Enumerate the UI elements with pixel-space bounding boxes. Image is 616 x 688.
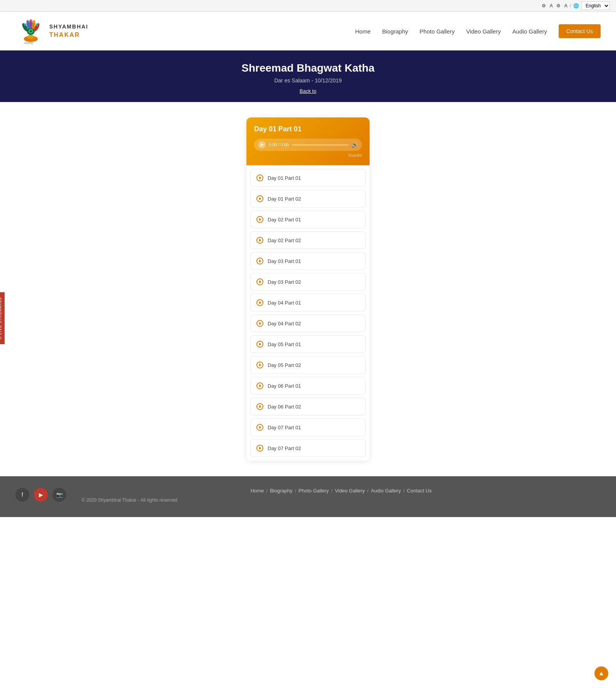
track-label: Day 03 Part 01 [268, 258, 301, 264]
track-play-icon [256, 236, 264, 244]
track-label: Day 05 Part 02 [268, 362, 301, 368]
track-label: Day 01 Part 01 [268, 175, 301, 181]
svg-point-14 [35, 23, 38, 26]
svg-point-12 [30, 20, 32, 22]
track-item[interactable]: Day 07 Part 02 [250, 439, 366, 457]
volume-icon[interactable]: 🔊 [352, 142, 358, 148]
track-circle-icon [256, 278, 263, 285]
main-nav: Home Biography Photo Gallery Video Galle… [355, 24, 601, 38]
header: AAAAe Shyambhai Thakar Home Biography Ph… [0, 12, 616, 50]
track-play-icon [256, 403, 264, 410]
play-button[interactable] [258, 141, 266, 149]
youtube-icon[interactable]: ▶ [34, 488, 48, 502]
footer-nav: Home / Biography / Photo Gallery / Video… [82, 488, 601, 494]
hero-subtitle: Dar es Salaam - 10/12/2019 [8, 77, 608, 84]
footer-video-gallery[interactable]: Video Gallery [335, 488, 365, 494]
main-content: Day 01 Part 01 0:00 / 0:00 🔊 Youtube Day… [0, 102, 616, 476]
hero-title: Shreemad Bhagwat Katha [8, 62, 608, 74]
track-label: Day 07 Part 02 [268, 445, 301, 451]
track-play-icon [256, 216, 264, 223]
track-item[interactable]: Day 03 Part 01 [250, 252, 366, 270]
live-streaming-tab[interactable]: ⊙ LIVE STREAMING [0, 292, 5, 344]
track-circle-icon [256, 362, 263, 368]
track-play-icon [256, 278, 264, 286]
track-item[interactable]: Day 06 Part 01 [250, 377, 366, 395]
svg-text:AAAAe: AAAAe [24, 42, 33, 44]
track-label: Day 07 Part 01 [268, 425, 301, 430]
footer-right: Home / Biography / Photo Gallery / Video… [82, 488, 601, 503]
track-item[interactable]: Day 04 Part 01 [250, 294, 366, 311]
track-item[interactable]: Day 04 Part 02 [250, 315, 366, 332]
footer-home[interactable]: Home [251, 488, 264, 494]
nav-photo-gallery[interactable]: Photo Gallery [420, 28, 455, 35]
track-item[interactable]: Day 01 Part 02 [250, 190, 366, 208]
footer-contact-us[interactable]: Contact Us [407, 488, 432, 494]
track-circle-icon [256, 174, 263, 181]
footer-biography[interactable]: Biography [270, 488, 293, 494]
track-item[interactable]: Day 07 Part 01 [250, 418, 366, 436]
track-play-icon [256, 257, 264, 265]
track-label: Day 02 Part 02 [268, 238, 301, 243]
track-play-icon [256, 444, 264, 452]
footer-audio-gallery[interactable]: Audio Gallery [371, 488, 401, 494]
progress-bar[interactable] [292, 144, 348, 146]
time-display: 0:00 / 0:00 [269, 142, 289, 147]
track-item[interactable]: Day 01 Part 01 [250, 169, 366, 187]
logo-name-line1: Shyambhai [49, 23, 89, 31]
nav-video-gallery[interactable]: Video Gallery [466, 28, 501, 35]
track-item[interactable]: Day 03 Part 02 [250, 273, 366, 291]
footer-bottom: f ▶ 📷 Home / Biography / Photo Gallery /… [15, 488, 601, 509]
facebook-icon[interactable]: f [15, 488, 29, 502]
nav-biography[interactable]: Biography [382, 28, 408, 35]
youtube-label: Youtube [254, 153, 362, 157]
track-label: Day 04 Part 01 [268, 300, 301, 306]
language-select[interactable]: English [581, 2, 610, 10]
a-label-2: A [564, 3, 567, 8]
svg-point-13 [32, 20, 35, 23]
logo-text: Shyambhai Thakar [49, 23, 89, 39]
play-triangle-icon [261, 143, 264, 147]
top-bar: ⚙ A ⚙ A / 🌐 English [0, 0, 616, 12]
nav-home[interactable]: Home [355, 28, 370, 35]
audio-player-bar: 0:00 / 0:00 🔊 [254, 139, 362, 151]
nav-audio-gallery[interactable]: Audio Gallery [512, 28, 547, 35]
track-play-icon [256, 361, 264, 369]
track-item[interactable]: Day 05 Part 01 [250, 335, 366, 353]
track-circle-icon [256, 341, 263, 348]
track-label: Day 01 Part 02 [268, 196, 301, 202]
live-streaming-label: ⊙ LIVE STREAMING [0, 297, 2, 340]
top-bar-icons: ⚙ A ⚙ A / 🌐 English [541, 2, 610, 10]
svg-point-10 [24, 23, 26, 26]
track-play-icon [256, 195, 264, 203]
logo-area: AAAAe Shyambhai Thakar [15, 16, 89, 47]
track-label: Day 06 Part 02 [268, 404, 301, 410]
logo-svg: AAAAe [17, 18, 44, 45]
track-play-icon [256, 299, 264, 306]
hero-banner: Shreemad Bhagwat Katha Dar es Salaam - 1… [0, 50, 616, 102]
track-circle-icon [256, 237, 263, 244]
track-item[interactable]: Day 02 Part 02 [250, 231, 366, 249]
track-circle-icon [256, 403, 263, 410]
audio-card: Day 01 Part 01 0:00 / 0:00 🔊 Youtube Day… [246, 117, 370, 461]
track-item[interactable]: Day 06 Part 02 [250, 398, 366, 415]
accessibility-icon-2[interactable]: ⚙ [555, 2, 562, 9]
accessibility-icon-1[interactable]: ⚙ [541, 2, 547, 9]
svg-point-1 [27, 35, 35, 39]
track-circle-icon [256, 299, 263, 306]
nav-contact-us[interactable]: Contact Us [559, 24, 601, 38]
back-link[interactable]: Back to [300, 88, 316, 94]
track-circle-icon [256, 216, 263, 223]
track-play-icon [256, 174, 264, 182]
track-item[interactable]: Day 05 Part 02 [250, 356, 366, 374]
footer: f ▶ 📷 Home / Biography / Photo Gallery /… [0, 476, 616, 517]
track-circle-icon [256, 424, 263, 431]
footer-photo-gallery[interactable]: Photo Gallery [298, 488, 329, 494]
logo-name-line2: Thakar [49, 31, 89, 39]
track-item[interactable]: Day 02 Part 01 [250, 211, 366, 228]
svg-point-11 [27, 20, 29, 23]
track-circle-icon [256, 382, 263, 389]
instagram-icon[interactable]: 📷 [52, 488, 66, 502]
track-play-icon [256, 340, 264, 348]
track-circle-icon [256, 195, 263, 202]
track-circle-icon [256, 445, 263, 452]
